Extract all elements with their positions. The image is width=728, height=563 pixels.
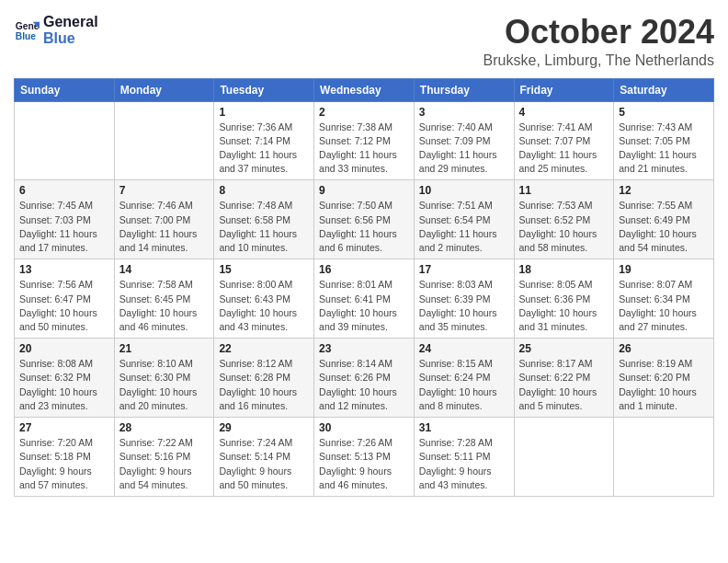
header-friday: Friday — [514, 78, 614, 101]
month-title: October 2024 — [483, 14, 714, 51]
day-number: 13 — [19, 263, 109, 276]
day-info: Sunrise: 7:46 AM Sunset: 7:00 PM Dayligh… — [119, 199, 210, 255]
page-header: General Blue General Blue October 2024 B… — [14, 14, 714, 69]
weekday-header-row: Sunday Monday Tuesday Wednesday Thursday… — [15, 78, 714, 101]
day-number: 20 — [19, 342, 109, 355]
day-number: 17 — [419, 263, 509, 276]
day-number: 4 — [519, 106, 609, 119]
table-row — [514, 418, 614, 497]
table-row: 2Sunrise: 7:38 AM Sunset: 7:12 PM Daylig… — [314, 101, 415, 180]
calendar-week-row: 1Sunrise: 7:36 AM Sunset: 7:14 PM Daylig… — [15, 101, 714, 180]
day-number: 27 — [19, 421, 109, 434]
day-number: 31 — [419, 421, 509, 434]
table-row: 6Sunrise: 7:45 AM Sunset: 7:03 PM Daylig… — [15, 180, 115, 259]
table-row: 23Sunrise: 8:14 AM Sunset: 6:26 PM Dayli… — [314, 339, 415, 418]
title-block: October 2024 Brukske, Limburg, The Nethe… — [483, 14, 714, 69]
table-row: 20Sunrise: 8:08 AM Sunset: 6:32 PM Dayli… — [15, 339, 115, 418]
day-info: Sunrise: 7:24 AM Sunset: 5:14 PM Dayligh… — [219, 436, 309, 492]
table-row: 30Sunrise: 7:26 AM Sunset: 5:13 PM Dayli… — [314, 418, 415, 497]
day-number: 30 — [319, 421, 409, 434]
day-info: Sunrise: 7:53 AM Sunset: 6:52 PM Dayligh… — [519, 199, 609, 255]
day-number: 10 — [419, 184, 509, 197]
day-number: 7 — [119, 184, 210, 197]
day-number: 24 — [419, 342, 509, 355]
day-info: Sunrise: 7:26 AM Sunset: 5:13 PM Dayligh… — [319, 436, 409, 492]
day-number: 6 — [19, 184, 109, 197]
day-number: 1 — [219, 106, 309, 119]
day-info: Sunrise: 8:01 AM Sunset: 6:41 PM Dayligh… — [319, 278, 409, 334]
day-info: Sunrise: 7:50 AM Sunset: 6:56 PM Dayligh… — [319, 199, 409, 255]
day-info: Sunrise: 8:19 AM Sunset: 6:20 PM Dayligh… — [619, 357, 709, 413]
logo-blue: Blue — [43, 30, 75, 46]
day-info: Sunrise: 8:17 AM Sunset: 6:22 PM Dayligh… — [519, 357, 609, 413]
table-row — [114, 101, 214, 180]
day-number: 18 — [519, 263, 609, 276]
header-wednesday: Wednesday — [314, 78, 415, 101]
header-monday: Monday — [114, 78, 214, 101]
day-info: Sunrise: 7:58 AM Sunset: 6:45 PM Dayligh… — [119, 278, 210, 334]
table-row: 26Sunrise: 8:19 AM Sunset: 6:20 PM Dayli… — [614, 339, 714, 418]
day-info: Sunrise: 8:07 AM Sunset: 6:34 PM Dayligh… — [619, 278, 709, 334]
header-saturday: Saturday — [614, 78, 714, 101]
header-sunday: Sunday — [15, 78, 115, 101]
table-row: 31Sunrise: 7:28 AM Sunset: 5:11 PM Dayli… — [414, 418, 514, 497]
calendar-table: Sunday Monday Tuesday Wednesday Thursday… — [14, 78, 714, 497]
day-number: 19 — [619, 263, 709, 276]
day-info: Sunrise: 7:38 AM Sunset: 7:12 PM Dayligh… — [319, 121, 409, 177]
day-info: Sunrise: 7:55 AM Sunset: 6:49 PM Dayligh… — [619, 199, 709, 255]
day-number: 9 — [319, 184, 409, 197]
day-info: Sunrise: 8:00 AM Sunset: 6:43 PM Dayligh… — [219, 278, 309, 334]
table-row: 11Sunrise: 7:53 AM Sunset: 6:52 PM Dayli… — [514, 180, 614, 259]
day-info: Sunrise: 7:41 AM Sunset: 7:07 PM Dayligh… — [519, 121, 609, 177]
table-row: 15Sunrise: 8:00 AM Sunset: 6:43 PM Dayli… — [214, 259, 314, 339]
svg-text:Blue: Blue — [16, 31, 37, 41]
table-row: 1Sunrise: 7:36 AM Sunset: 7:14 PM Daylig… — [214, 101, 314, 180]
day-number: 25 — [519, 342, 609, 355]
table-row — [614, 418, 714, 497]
day-info: Sunrise: 7:20 AM Sunset: 5:18 PM Dayligh… — [19, 436, 109, 492]
logo-icon: General Blue — [14, 17, 40, 43]
day-info: Sunrise: 8:08 AM Sunset: 6:32 PM Dayligh… — [19, 357, 109, 413]
day-info: Sunrise: 8:10 AM Sunset: 6:30 PM Dayligh… — [119, 357, 210, 413]
day-info: Sunrise: 8:03 AM Sunset: 6:39 PM Dayligh… — [419, 278, 509, 334]
table-row: 24Sunrise: 8:15 AM Sunset: 6:24 PM Dayli… — [414, 339, 514, 418]
day-info: Sunrise: 7:56 AM Sunset: 6:47 PM Dayligh… — [19, 278, 109, 334]
day-info: Sunrise: 8:15 AM Sunset: 6:24 PM Dayligh… — [419, 357, 509, 413]
day-number: 2 — [319, 106, 409, 119]
day-number: 29 — [219, 421, 309, 434]
day-info: Sunrise: 7:36 AM Sunset: 7:14 PM Dayligh… — [219, 121, 309, 177]
table-row: 12Sunrise: 7:55 AM Sunset: 6:49 PM Dayli… — [614, 180, 714, 259]
day-number: 12 — [619, 184, 709, 197]
day-number: 8 — [219, 184, 309, 197]
table-row: 28Sunrise: 7:22 AM Sunset: 5:16 PM Dayli… — [114, 418, 214, 497]
calendar-week-row: 27Sunrise: 7:20 AM Sunset: 5:18 PM Dayli… — [15, 418, 714, 497]
day-info: Sunrise: 7:48 AM Sunset: 6:58 PM Dayligh… — [219, 199, 309, 255]
calendar-week-row: 6Sunrise: 7:45 AM Sunset: 7:03 PM Daylig… — [15, 180, 714, 259]
day-number: 28 — [119, 421, 210, 434]
table-row: 16Sunrise: 8:01 AM Sunset: 6:41 PM Dayli… — [314, 259, 415, 339]
table-row: 8Sunrise: 7:48 AM Sunset: 6:58 PM Daylig… — [214, 180, 314, 259]
day-number: 3 — [419, 106, 509, 119]
table-row: 22Sunrise: 8:12 AM Sunset: 6:28 PM Dayli… — [214, 339, 314, 418]
day-info: Sunrise: 7:28 AM Sunset: 5:11 PM Dayligh… — [419, 436, 509, 492]
table-row: 19Sunrise: 8:07 AM Sunset: 6:34 PM Dayli… — [614, 259, 714, 339]
table-row: 13Sunrise: 7:56 AM Sunset: 6:47 PM Dayli… — [15, 259, 115, 339]
table-row: 29Sunrise: 7:24 AM Sunset: 5:14 PM Dayli… — [214, 418, 314, 497]
logo-general: General — [43, 14, 98, 29]
table-row: 21Sunrise: 8:10 AM Sunset: 6:30 PM Dayli… — [114, 339, 214, 418]
day-number: 26 — [619, 342, 709, 355]
location: Brukske, Limburg, The Netherlands — [483, 52, 714, 69]
day-number: 21 — [119, 342, 210, 355]
table-row: 25Sunrise: 8:17 AM Sunset: 6:22 PM Dayli… — [514, 339, 614, 418]
table-row: 7Sunrise: 7:46 AM Sunset: 7:00 PM Daylig… — [114, 180, 214, 259]
table-row — [15, 101, 115, 180]
header-tuesday: Tuesday — [214, 78, 314, 101]
day-number: 23 — [319, 342, 409, 355]
day-info: Sunrise: 8:12 AM Sunset: 6:28 PM Dayligh… — [219, 357, 309, 413]
day-info: Sunrise: 8:14 AM Sunset: 6:26 PM Dayligh… — [319, 357, 409, 413]
day-info: Sunrise: 7:40 AM Sunset: 7:09 PM Dayligh… — [419, 121, 509, 177]
day-info: Sunrise: 8:05 AM Sunset: 6:36 PM Dayligh… — [519, 278, 609, 334]
day-number: 22 — [219, 342, 309, 355]
table-row: 14Sunrise: 7:58 AM Sunset: 6:45 PM Dayli… — [114, 259, 214, 339]
logo: General Blue General Blue — [14, 14, 98, 46]
